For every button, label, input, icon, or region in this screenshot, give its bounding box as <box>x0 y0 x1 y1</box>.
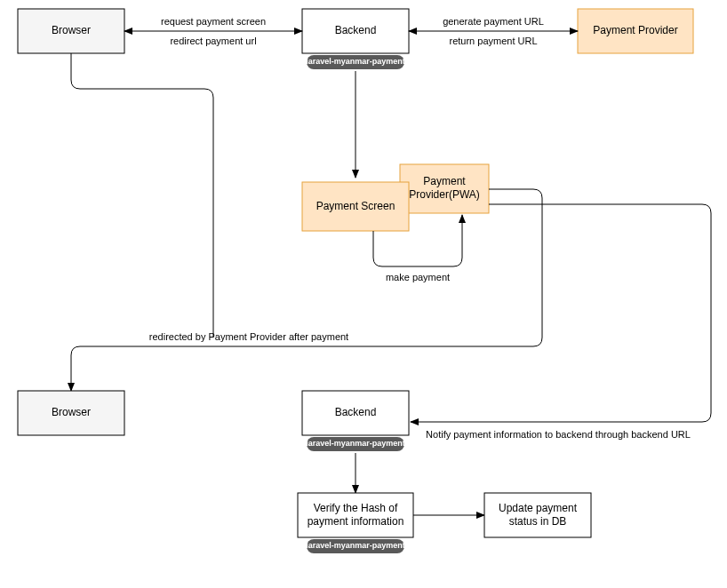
node-update-status: Update payment status in DB <box>484 493 591 537</box>
node-browser-2: Browser <box>18 391 124 435</box>
node-browser-1: Browser <box>18 9 124 53</box>
label-verify-l1: Verify the Hash of <box>314 502 398 514</box>
label-pwa-l1: Payment <box>423 175 466 187</box>
pill-label-2: laravel-myanmar-payment <box>306 439 405 448</box>
label-verify-l2: payment information <box>308 515 404 528</box>
label-payment-screen: Payment Screen <box>316 200 395 212</box>
label-backend1: Backend <box>335 24 377 36</box>
edge-backend-provider: generate payment URL return payment URL <box>409 16 578 46</box>
edge-redirect-url: redirect payment url <box>170 36 256 46</box>
label-update-l1: Update payment <box>499 502 578 514</box>
node-verify-hash: Verify the Hash of payment information l… <box>298 493 413 553</box>
edge-browser1-down <box>71 53 213 338</box>
edge-redirected-label: redirected by Payment Provider after pay… <box>149 331 348 342</box>
label-provider: Payment Provider <box>593 24 677 36</box>
edge-make-payment-label: make payment <box>386 272 450 282</box>
node-payment-provider: Payment Provider <box>578 9 693 53</box>
edge-ret-url: return payment URL <box>449 36 537 46</box>
label-pwa-l2: Provider(PWA) <box>409 188 480 201</box>
pill-label-3: laravel-myanmar-payment <box>306 541 405 550</box>
edge-gen-url: generate payment URL <box>443 16 544 27</box>
edge-browser-backend: request payment screen redirect payment … <box>124 16 302 46</box>
node-backend-2: Backend laravel-myanmar-payment <box>302 391 409 451</box>
label-browser1: Browser <box>52 24 91 36</box>
edge-notify <box>411 204 711 422</box>
edge-notify-label: Notify payment information to backend th… <box>426 429 691 440</box>
node-provider-pwa: Payment Provider(PWA) <box>400 164 489 213</box>
label-browser2: Browser <box>52 406 91 418</box>
label-update-l2: status in DB <box>509 515 567 528</box>
node-payment-screen: Payment Screen <box>302 182 409 231</box>
label-backend2: Backend <box>335 406 377 418</box>
flow-diagram: Browser Backend laravel-myanmar-payment … <box>0 0 727 588</box>
edge-req-screen: request payment screen <box>161 16 266 27</box>
pill-label-1: laravel-myanmar-payment <box>306 57 405 66</box>
node-backend-1: Backend laravel-myanmar-payment <box>302 9 409 69</box>
